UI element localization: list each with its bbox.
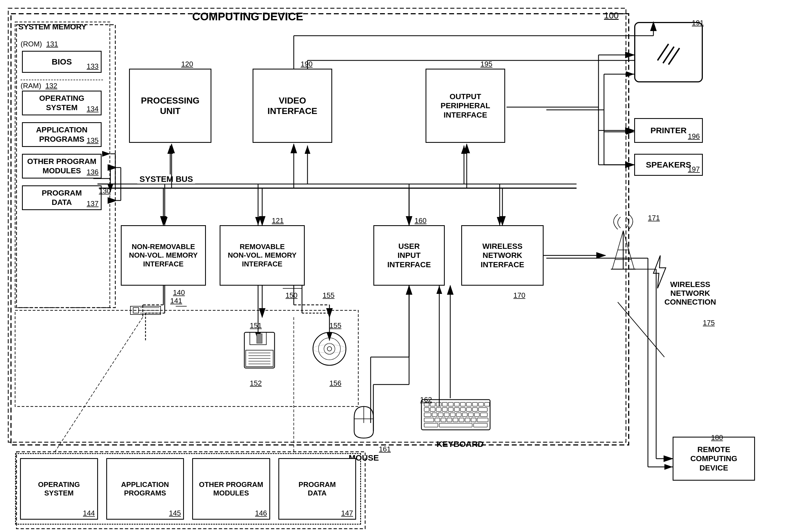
prog-data-box: PROGRAM DATA 137 — [22, 185, 102, 210]
svg-line-47 — [618, 302, 664, 357]
os-box: OPERATING SYSTEM 134 — [22, 91, 102, 115]
remote-device-ref: 180 — [711, 434, 723, 442]
wireless-tower-ref: 171 — [648, 214, 660, 222]
other-modules-box: OTHER PROGRAM MODULES 136 — [22, 154, 102, 179]
svg-rect-89 — [454, 408, 459, 411]
floppy-icon — [242, 330, 277, 372]
svg-rect-100 — [462, 413, 467, 417]
svg-rect-52 — [133, 308, 139, 313]
bottom-prog-box: PROGRAM DATA 147 — [278, 458, 356, 520]
svg-point-69 — [313, 345, 346, 353]
system-bus-ref: 130 — [99, 187, 111, 195]
svg-point-65 — [313, 332, 346, 365]
cd-ref: 155 — [330, 321, 341, 330]
svg-rect-97 — [444, 413, 449, 417]
ram-label: (RAM) 132 — [20, 80, 103, 90]
mouse-ref: 161 — [379, 445, 391, 454]
system-bus-label: SYSTEM BUS — [137, 174, 195, 184]
system-memory-label: SYSTEM MEMORY — [17, 22, 88, 31]
monitor-ref: 191 — [692, 19, 704, 27]
svg-rect-114 — [424, 423, 438, 427]
svg-rect-82 — [478, 402, 484, 406]
svg-rect-103 — [480, 413, 487, 417]
bottom-app-box: APPLICATION PROGRAMS 145 — [106, 458, 184, 520]
svg-line-50 — [669, 48, 679, 64]
floppy-label: 152 — [250, 379, 262, 387]
svg-rect-94 — [424, 413, 431, 417]
svg-rect-98 — [450, 413, 455, 417]
svg-rect-113 — [439, 423, 472, 427]
svg-rect-99 — [456, 413, 461, 417]
svg-rect-76 — [442, 402, 447, 406]
computing-device-title: COMPUTING DEVICE — [192, 11, 303, 23]
mouse-icon — [351, 404, 376, 441]
svg-point-67 — [324, 343, 335, 354]
remote-computing-box: REMOTE COMPUTING DEVICE — [673, 437, 755, 481]
user-input-ref: 160 — [415, 216, 426, 225]
keyboard-ref: 162 — [420, 395, 432, 404]
printer-box: PRINTER 196 — [634, 118, 703, 143]
svg-rect-81 — [473, 402, 477, 406]
svg-rect-91 — [466, 408, 471, 411]
bottom-os-box: OPERATING SYSTEM 144 — [20, 458, 98, 520]
output-peripheral-box: OUTPUT PERIPHERAL INTERFACE — [426, 69, 505, 143]
processing-unit-ref: 120 — [181, 60, 193, 69]
svg-rect-115 — [474, 423, 487, 427]
svg-rect-78 — [454, 402, 459, 406]
computing-device-ref: 100 — [604, 11, 618, 20]
svg-rect-105 — [435, 418, 440, 422]
svg-rect-88 — [448, 408, 453, 411]
svg-rect-102 — [474, 413, 479, 417]
svg-rect-93 — [478, 408, 487, 411]
ref-150: 150 — [286, 291, 297, 300]
bottom-other-box: OTHER PROGRAM MODULES 146 — [192, 458, 270, 520]
wireless-connection-label: WIRELESS NETWORK CONNECTION — [664, 280, 716, 306]
svg-point-68 — [327, 347, 332, 351]
svg-rect-84 — [424, 408, 429, 411]
rom-label: (ROM) 131 — [20, 40, 58, 48]
svg-rect-90 — [460, 408, 465, 411]
svg-rect-96 — [438, 413, 443, 417]
output-peripheral-ref: 195 — [480, 60, 492, 69]
svg-rect-80 — [466, 402, 471, 406]
lightning-bolt — [648, 255, 670, 289]
svg-rect-87 — [442, 408, 447, 411]
removable-box: REMOVABLE NON-VOL. MEMORY INTERFACE — [220, 225, 305, 286]
bios-box: BIOS 133 — [22, 51, 102, 73]
bottom-storage-area: OPERATING SYSTEM 144 APPLICATION PROGRAM… — [15, 453, 361, 525]
svg-rect-85 — [430, 408, 435, 411]
svg-rect-106 — [441, 418, 446, 422]
svg-rect-112 — [477, 418, 488, 422]
hdd-icon — [129, 302, 162, 320]
removable-ref: 121 — [272, 216, 284, 225]
cd-icon — [310, 330, 349, 369]
wireless-tower-icon — [604, 214, 642, 276]
wireless-network-box: WIRELESS NETWORK INTERFACE — [461, 225, 544, 286]
svg-rect-110 — [465, 418, 470, 422]
svg-rect-72 — [422, 400, 490, 430]
svg-rect-77 — [448, 402, 453, 406]
svg-rect-79 — [460, 402, 465, 406]
svg-rect-104 — [424, 418, 434, 422]
svg-rect-101 — [469, 413, 473, 417]
hdd-ref: 141 — [170, 297, 182, 305]
svg-rect-92 — [473, 408, 477, 411]
processing-unit-box: PROCESSING UNIT — [129, 69, 211, 143]
wireless-network-ref: 170 — [514, 291, 525, 300]
floppy-ref: 151 — [250, 321, 262, 330]
svg-rect-107 — [447, 418, 452, 422]
ref-155: 155 — [323, 291, 334, 300]
svg-marker-122 — [654, 255, 666, 288]
svg-rect-83 — [485, 402, 490, 406]
svg-rect-75 — [436, 402, 441, 406]
svg-line-165 — [55, 317, 143, 452]
user-input-box: USER INPUT INTERFACE — [373, 225, 445, 286]
speakers-box: SPEAKERS 197 — [634, 154, 703, 176]
svg-rect-43 — [15, 310, 358, 407]
non-removable-box: NON-REMOVABLE NON-VOL. MEMORY INTERFACE — [121, 225, 206, 286]
video-interface-box: VIDEO INTERFACE — [253, 69, 332, 143]
svg-rect-95 — [432, 413, 437, 417]
svg-rect-109 — [459, 418, 464, 422]
svg-rect-58 — [257, 334, 262, 343]
non-removable-ref: 140 — [173, 288, 185, 297]
